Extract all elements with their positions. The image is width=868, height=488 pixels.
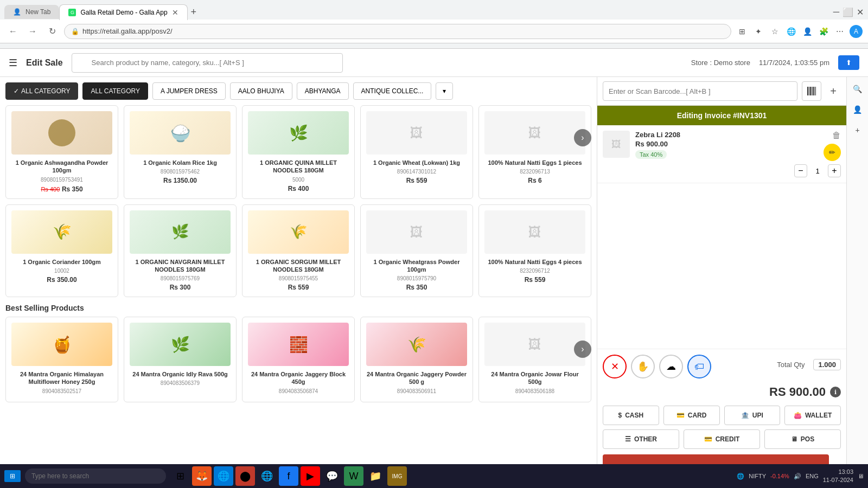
main-content: ✓ ALL CATEGORY ALL CATEGORY A JUMPER DRE… xyxy=(0,77,868,488)
best-selling-card[interactable]: 🧱 24 Mantra Organic Jaggery Block 450g 8… xyxy=(242,317,355,402)
search-input[interactable] xyxy=(72,53,343,73)
pos-button[interactable]: 🖥 POS xyxy=(764,429,841,449)
profile-icon[interactable]: 👤 xyxy=(801,25,814,38)
new-tab-button[interactable]: + xyxy=(191,7,197,18)
category-dropdown[interactable]: ▾ xyxy=(436,82,453,100)
product-price: Rs 350 xyxy=(62,185,83,193)
taskbar-app-green[interactable]: W xyxy=(344,466,363,486)
barcode-add-button[interactable]: + xyxy=(826,84,841,99)
taskbar-youtube[interactable]: ▶ xyxy=(301,466,320,486)
taskbar-extra[interactable]: IMG xyxy=(387,466,407,486)
bookmark-star-icon[interactable]: ✦ xyxy=(752,25,765,38)
top-right: Store : Demo store 11/7/2024, 1:03:55 pm… xyxy=(691,55,859,70)
cast-icon[interactable]: ⊞ xyxy=(736,25,749,38)
next-page-button[interactable]: › xyxy=(574,129,591,146)
address-bar[interactable]: 🔒 https://retail.galla.app/posv2/ xyxy=(64,24,731,39)
cart-item-delete-button[interactable]: 🗑 xyxy=(832,131,841,140)
category-antique[interactable]: ANTIQUE COLLEC... xyxy=(353,82,432,100)
profile-avatar[interactable]: A xyxy=(850,25,863,38)
svg-rect-5 xyxy=(814,87,815,95)
extensions-icon[interactable]: 🧩 xyxy=(817,25,830,38)
taskbar-facebook[interactable]: f xyxy=(279,466,298,486)
svg-rect-1 xyxy=(809,87,809,95)
invoice-bar[interactable]: Editing Invoice #INV1301 xyxy=(597,106,846,125)
barcode-scan-icon[interactable] xyxy=(802,81,821,101)
taskbar-skype[interactable]: 💬 xyxy=(322,466,342,486)
product-name: 24 Mantra Organic Jowar Flour 500g xyxy=(484,370,585,386)
sidebar-user-icon[interactable]: 👤 xyxy=(850,102,865,117)
product-card[interactable]: 🌿 1 ORGANIC NAVGRAIN MILLET NOODLES 180G… xyxy=(124,204,237,298)
product-card[interactable]: 🖼 100% Natural Natti Eggs 4 pieces 82320… xyxy=(478,204,591,298)
back-button[interactable]: ← xyxy=(5,24,21,39)
tag-action-button[interactable]: 🏷 xyxy=(687,355,711,378)
product-card[interactable]: 🌿 1 ORGANIC QUINA MILLET NOODLES 180GM 5… xyxy=(242,105,355,199)
taskbar-edge[interactable]: 🌐 xyxy=(214,466,233,486)
network-icon[interactable]: 🌐 xyxy=(737,473,744,480)
product-image: 🖼 xyxy=(366,111,467,155)
cloud-action-button[interactable]: ☁ xyxy=(659,355,683,378)
product-card[interactable]: 🖼 1 Organic Wheatgrass Powder 100gm 8908… xyxy=(360,204,473,298)
cancel-action-button[interactable]: ✕ xyxy=(603,355,627,378)
product-sku: 8904083506874 xyxy=(248,388,349,394)
best-selling-card[interactable]: 🍯 24 Mantra Organic Himalayan Multiflowe… xyxy=(5,317,118,402)
barcode-input[interactable] xyxy=(603,81,797,101)
best-selling-card[interactable]: 🌿 24 Mantra Organic Idly Rava 500g 89040… xyxy=(124,317,237,402)
tab-close-button[interactable]: ✕ xyxy=(172,8,178,17)
taskbar-files[interactable]: 📁 xyxy=(366,466,385,486)
taskbar-search[interactable] xyxy=(25,468,166,484)
product-name: 1 ORGANIC SORGUM MILLET NOODLES 180GM xyxy=(248,258,349,274)
hold-action-button[interactable]: ✋ xyxy=(631,355,655,378)
payment-grid-1: $ CASH 💳 CARD 🏦 UPI 👛 WALLET xyxy=(603,406,841,425)
volume-icon[interactable]: 🔊 xyxy=(794,473,801,480)
upi-button[interactable]: 🏦 UPI xyxy=(724,406,781,425)
maximize-button[interactable]: ⬜ xyxy=(843,7,853,17)
settings-browser-icon[interactable]: ⋯ xyxy=(833,25,846,38)
category-all-checked[interactable]: ✓ ALL CATEGORY xyxy=(5,82,78,100)
cash-button[interactable]: $ CASH xyxy=(603,406,659,425)
sidebar-add-icon[interactable]: + xyxy=(850,123,865,138)
taskbar-chrome[interactable]: 🌐 xyxy=(257,466,277,486)
product-card[interactable]: 🍚 1 Organic Kolam Rice 1kg 8908015975462… xyxy=(124,105,237,199)
card-button[interactable]: 💳 CARD xyxy=(663,406,720,425)
credit-button[interactable]: 💳 CREDIT xyxy=(684,429,760,449)
product-card[interactable]: 🌾 1 ORGANIC SORGUM MILLET NOODLES 180GM … xyxy=(242,204,355,298)
category-jumper[interactable]: A JUMPER DRESS xyxy=(152,82,226,100)
show-desktop-icon[interactable]: 🖥 xyxy=(858,473,864,479)
product-name: 24 Mantra Organic Jaggery Block 450g xyxy=(248,370,349,386)
forward-button[interactable]: → xyxy=(25,24,40,39)
product-card[interactable]: 🖼 1 Organic Wheat (Lokwan) 1kg 890614730… xyxy=(360,105,473,199)
taskbar-taskview[interactable]: ⊞ xyxy=(170,466,190,486)
product-card[interactable]: 🌾 1 Organic Coriander 100gm 10002 Rs 350… xyxy=(5,204,118,298)
minimize-button[interactable]: ─ xyxy=(833,7,839,17)
qty-decrease-button[interactable]: − xyxy=(794,164,807,177)
start-button[interactable]: ⊞ xyxy=(4,470,21,482)
left-panel: ✓ ALL CATEGORY ALL CATEGORY A JUMPER DRE… xyxy=(0,77,597,488)
taskbar-app-red[interactable]: ⬤ xyxy=(235,466,255,486)
translate-icon[interactable]: 🌐 xyxy=(784,25,797,38)
taskbar-firefox[interactable]: 🦊 xyxy=(192,466,212,486)
reload-button[interactable]: ↻ xyxy=(44,24,60,39)
card-icon: 💳 xyxy=(676,412,685,419)
best-selling-card[interactable]: 🖼 24 Mantra Organic Jowar Flour 500g 890… xyxy=(478,317,591,402)
other-button[interactable]: ☰ OTHER xyxy=(603,429,679,449)
product-card[interactable]: 🖼 100% Natural Natti Eggs 1 pieces 82320… xyxy=(478,105,591,199)
product-name: 1 Organic Ashwagandha Powder 100gm xyxy=(11,159,112,175)
best-selling-next-button[interactable]: › xyxy=(574,341,591,358)
tab-active[interactable]: G Galla Retail Demo - Galla App ✕ xyxy=(59,4,187,20)
category-bhujiya[interactable]: AALO BHUJIYA xyxy=(230,82,292,100)
menu-icon[interactable]: ☰ xyxy=(9,57,17,69)
upload-button[interactable]: ⬆ xyxy=(838,55,859,70)
wallet-button[interactable]: 👛 WALLET xyxy=(784,406,841,425)
star-icon[interactable]: ☆ xyxy=(768,25,781,38)
cart-item-price: Rs 900.00 xyxy=(635,140,789,148)
close-window-button[interactable]: ✕ xyxy=(857,7,864,17)
cart-item-edit-button[interactable]: ✏ xyxy=(824,144,841,161)
sidebar-search-icon[interactable]: 🔍 xyxy=(850,81,865,97)
info-icon[interactable]: ℹ xyxy=(830,387,841,397)
qty-increase-button[interactable]: + xyxy=(828,164,841,177)
best-selling-card[interactable]: 🌾 24 Mantra Organic Jaggery Powder 500 g… xyxy=(360,317,473,402)
product-card[interactable]: 1 Organic Ashwagandha Powder 100gm 89080… xyxy=(5,105,118,199)
category-abhyanga[interactable]: ABHYANGA xyxy=(297,82,349,100)
tab-inactive[interactable]: 👤 New Tab xyxy=(4,5,59,19)
category-all[interactable]: ALL CATEGORY xyxy=(82,82,148,100)
